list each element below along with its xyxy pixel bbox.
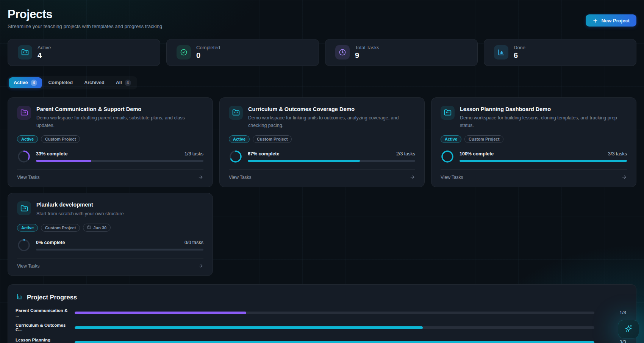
page-subtitle: Streamline your teaching projects with t…: [8, 23, 162, 29]
stat-text: Completed 0: [196, 45, 220, 60]
card-head: Lesson Planning Dashboard Demo Demo work…: [441, 106, 627, 130]
bar-chart-icon: [494, 45, 508, 60]
project-description: Demo workspace for drafting parent email…: [36, 114, 203, 129]
due-date-badge: Jun 30: [83, 224, 111, 232]
row-value: 1/3: [600, 310, 626, 315]
badge-row: Active Custom Project: [229, 135, 415, 143]
ai-assistant-button[interactable]: [618, 320, 639, 338]
folder-kanban-icon: [17, 106, 31, 120]
stat-card-active: Active 4: [8, 39, 160, 66]
badge-row: Active Custom Project: [441, 135, 627, 143]
project-cards-grid: Parent Communication & Support Demo Demo…: [8, 97, 636, 276]
due-date-label: Jun 30: [93, 226, 106, 230]
stat-text: Active 4: [38, 45, 51, 60]
view-tasks-label: View Tasks: [17, 263, 40, 269]
card-head-text: Parent Communication & Support Demo Demo…: [36, 106, 203, 130]
plus-icon: [592, 18, 598, 23]
status-badge: Active: [441, 135, 461, 143]
tasks-label: 2/3 tasks: [396, 151, 415, 157]
progress-detail: 33% complete 1/3 tasks: [36, 151, 203, 162]
arrow-right-icon: [198, 174, 203, 180]
card-head-text: Curriculum & Outcomes Coverage Demo Demo…: [248, 106, 415, 130]
project-description: Start from scratch with your own structu…: [36, 210, 124, 218]
arrow-right-icon: [198, 263, 203, 269]
view-tasks-label: View Tasks: [17, 175, 40, 180]
percent-label: 33% complete: [36, 151, 67, 157]
row-label: Lesson Planning Dashboa...: [16, 338, 69, 343]
project-description: Demo workspace for building lessons, clo…: [460, 114, 627, 129]
card-head: Parent Communication & Support Demo Demo…: [17, 106, 203, 130]
row-bar-track: [75, 326, 594, 329]
folder-kanban-icon: [229, 106, 243, 120]
progress-bar-track: [460, 160, 627, 162]
new-project-button[interactable]: New Project: [586, 14, 636, 27]
progress-detail: 100% complete 3/3 tasks: [460, 151, 627, 162]
card-head-text: Planlark development Start from scratch …: [36, 201, 124, 218]
view-tasks-label: View Tasks: [229, 175, 252, 180]
progress-row-parent-communication: Parent Communication & ... 1/3: [16, 308, 626, 317]
tasks-label: 1/3 tasks: [184, 151, 203, 157]
project-progress-panel: Project Progress Parent Communication & …: [8, 284, 636, 343]
type-badge: Custom Project: [41, 224, 80, 232]
tab-archived[interactable]: Archived: [79, 78, 109, 88]
project-card-planlark-development[interactable]: Planlark development Start from scratch …: [8, 193, 213, 276]
page-title: Projects: [8, 8, 162, 21]
page-header-text: Projects Streamline your teaching projec…: [8, 8, 162, 29]
progress-detail: 0% complete 0/0 tasks: [36, 240, 203, 251]
progress-row-curriculum-outcomes: Curriculum & Outcomes C... 2/3: [16, 323, 626, 332]
tab-count-badge: 4: [125, 80, 131, 86]
tasks-label: 0/0 tasks: [184, 240, 203, 245]
project-card-curriculum-outcomes[interactable]: Curriculum & Outcomes Coverage Demo Demo…: [219, 97, 425, 188]
row-bar-track: [75, 341, 594, 343]
folder-kanban-icon: [18, 45, 32, 60]
progress-bar-fill: [460, 160, 627, 162]
row-value: 3/3: [600, 340, 626, 343]
tab-active[interactable]: Active 4: [9, 77, 42, 88]
tab-completed[interactable]: Completed: [44, 78, 78, 88]
view-tasks-button[interactable]: View Tasks: [441, 169, 627, 182]
stat-value: 9: [355, 51, 379, 60]
progress-ring: [17, 238, 31, 252]
view-tasks-button[interactable]: View Tasks: [229, 169, 415, 182]
tab-all[interactable]: All 4: [111, 77, 136, 88]
progress-bar-track: [248, 160, 415, 162]
badge-row: Active Custom Project: [17, 135, 203, 143]
project-title: Curriculum & Outcomes Coverage Demo: [248, 106, 415, 113]
progress-row-lesson-planning: Lesson Planning Dashboa... 3/3: [16, 338, 626, 343]
percent-label: 0% complete: [36, 240, 65, 245]
row-bar-fill: [75, 341, 594, 343]
row-label: Parent Communication & ...: [16, 308, 69, 317]
type-badge: Custom Project: [41, 135, 80, 143]
tab-label: Active: [14, 80, 28, 85]
card-head: Planlark development Start from scratch …: [17, 201, 203, 218]
sparkles-icon: [624, 324, 633, 334]
panel-header: Project Progress: [16, 293, 626, 301]
stats-row: Active 4 Completed 0 Total Tasks 9: [8, 39, 636, 66]
arrow-right-icon: [410, 174, 415, 180]
folder-kanban-icon: [441, 106, 455, 120]
stat-label: Completed: [196, 45, 220, 50]
badge-row: Active Custom Project Jun 30: [17, 224, 203, 232]
filter-tabs: Active 4 Completed Archived All 4: [8, 76, 137, 89]
stat-value: 0: [196, 51, 220, 60]
progress-ring: [17, 150, 31, 163]
row-label: Curriculum & Outcomes C...: [16, 323, 69, 332]
progress-ring: [229, 150, 242, 163]
new-project-label: New Project: [602, 18, 630, 23]
tasks-label: 3/3 tasks: [608, 151, 627, 157]
view-tasks-button[interactable]: View Tasks: [17, 258, 203, 270]
circle-check-icon: [177, 45, 191, 60]
type-badge: Custom Project: [464, 135, 503, 143]
project-card-lesson-planning[interactable]: Lesson Planning Dashboard Demo Demo work…: [431, 97, 636, 188]
status-badge: Active: [229, 135, 250, 143]
percent-label: 100% complete: [460, 151, 494, 157]
percent-label: 67% complete: [248, 151, 279, 157]
project-card-parent-communication[interactable]: Parent Communication & Support Demo Demo…: [8, 97, 213, 188]
status-badge: Active: [17, 135, 38, 143]
arrow-right-icon: [621, 174, 627, 180]
calendar-icon: [87, 225, 91, 230]
view-tasks-button[interactable]: View Tasks: [17, 169, 203, 182]
card-head: Curriculum & Outcomes Coverage Demo Demo…: [229, 106, 415, 130]
card-head-text: Lesson Planning Dashboard Demo Demo work…: [460, 106, 627, 130]
tab-count-badge: 4: [31, 80, 37, 86]
